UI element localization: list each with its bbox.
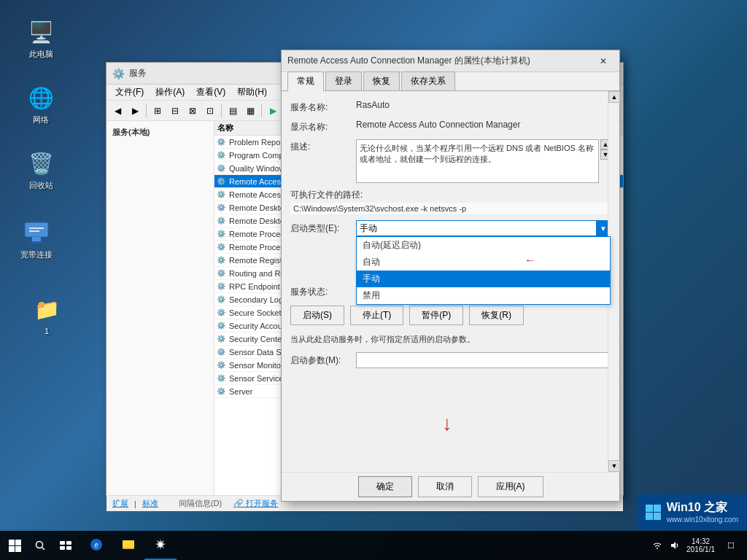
option-auto[interactable]: 自动 bbox=[357, 254, 610, 271]
service-icon: ⚙️ bbox=[214, 151, 228, 159]
svg-rect-15 bbox=[123, 540, 134, 548]
service-icon: ⚙️ bbox=[214, 269, 228, 277]
watermark-main: Win10 之家 bbox=[667, 500, 738, 516]
service-icon: ⚙️ bbox=[214, 203, 228, 211]
logo-row-bottom bbox=[9, 546, 21, 552]
taskbar: e bbox=[0, 531, 747, 560]
desktop-icon-network[interactable]: 🌐 网络 bbox=[15, 80, 67, 128]
taskbar-notification-button[interactable]: ☐ bbox=[721, 531, 741, 560]
toolbar-btn1[interactable]: ⊞ bbox=[150, 103, 166, 119]
resume-button[interactable]: 恢复(R) bbox=[469, 306, 524, 325]
sidebar-title: 服务(本地) bbox=[112, 127, 208, 138]
service-icon: ⚙️ bbox=[214, 217, 228, 225]
svg-rect-2 bbox=[29, 241, 44, 244]
taskbar-taskview-button[interactable] bbox=[51, 531, 80, 560]
dialog-titlebar[interactable]: Remote Access Auto Connection Manager 的属… bbox=[282, 50, 619, 72]
display-name-label: 显示名称: bbox=[290, 120, 356, 133]
scroll-up-button[interactable]: ▲ bbox=[608, 91, 620, 103]
stop-button[interactable]: 停止(T) bbox=[350, 306, 403, 325]
watermark-sub: www.win10xitong.com bbox=[667, 516, 738, 524]
logo-sq-1 bbox=[9, 540, 15, 545]
startup-label: 启动类型(E): bbox=[290, 222, 356, 235]
menu-view[interactable]: 查看(V) bbox=[190, 85, 231, 101]
toolbar-btn3[interactable]: ⊠ bbox=[185, 103, 201, 119]
scroll-down-button[interactable]: ▼ bbox=[608, 460, 620, 472]
desktop-icon-recycle[interactable]: 🗑️ 回收站 bbox=[15, 146, 67, 193]
recycle-icon: 🗑️ bbox=[26, 149, 55, 178]
option-delayed-auto[interactable]: 自动(延迟启动) bbox=[357, 237, 610, 254]
desktop-icon-broadband[interactable]: 宽带连接 bbox=[10, 215, 63, 262]
service-name-value: RasAuto bbox=[356, 100, 611, 110]
svg-rect-1 bbox=[32, 237, 41, 241]
taskbar-app-explorer[interactable] bbox=[112, 531, 144, 560]
display-name-value: Remote Access Auto Connection Manager bbox=[356, 120, 611, 130]
svg-text:e: e bbox=[94, 541, 98, 549]
desc-label: 描述: bbox=[290, 139, 356, 153]
menu-file[interactable]: 文件(F) bbox=[109, 85, 150, 101]
tab-general[interactable]: 常规 bbox=[287, 71, 324, 91]
taskbar-search-button[interactable] bbox=[29, 531, 51, 560]
taskbar-right: 14:32 2016/1/1 ☐ bbox=[651, 531, 747, 560]
tab-login[interactable]: 登录 bbox=[325, 71, 362, 90]
service-icon: ⚙️ bbox=[214, 387, 228, 395]
statusbar-info: 间隔信息(D) bbox=[179, 498, 222, 509]
ok-button[interactable]: 确定 bbox=[358, 476, 412, 497]
service-name-row: 服务名称: RasAuto bbox=[290, 100, 611, 114]
win10-watermark: Win10 之家 www.win10xitong.com bbox=[637, 494, 747, 529]
action-buttons: 启动(S) 停止(T) 暂停(P) 恢复(R) bbox=[290, 306, 611, 325]
taskbar-app-settings[interactable] bbox=[144, 531, 177, 560]
statusbar-sep: | bbox=[134, 499, 136, 508]
properties-dialog: Remote Access Auto Connection Manager 的属… bbox=[281, 50, 620, 502]
params-input[interactable] bbox=[356, 352, 611, 368]
taskbar-app-ie[interactable]: e bbox=[80, 531, 112, 560]
menu-action[interactable]: 操作(A) bbox=[150, 85, 190, 101]
desktop-icon-computer[interactable]: 🖥️ 此电脑 bbox=[15, 15, 67, 62]
taskbar-clock[interactable]: 14:32 2016/1/1 bbox=[686, 537, 715, 553]
win10-logo bbox=[646, 505, 661, 520]
taskbar-apps: e bbox=[80, 531, 651, 560]
toolbar-btn6[interactable]: ▦ bbox=[242, 103, 258, 119]
statusbar-open[interactable]: 🔗 打开服务 bbox=[233, 498, 278, 509]
dialog-title: Remote Access Auto Connection Manager 的属… bbox=[287, 55, 593, 67]
params-row: 启动参数(M): bbox=[290, 352, 611, 368]
dialog-close-button[interactable]: ✕ bbox=[593, 52, 614, 70]
desktop: 🖥️ 此电脑 🌐 网络 🗑️ 回收站 宽带连接 📁 1 ⚙️ 服务 bbox=[0, 0, 747, 560]
tab-dependencies[interactable]: 依存关系 bbox=[401, 71, 455, 90]
option-manual[interactable]: 手动 bbox=[357, 271, 610, 287]
toolbar-forward[interactable]: ▶ bbox=[127, 103, 143, 119]
broadband-label: 宽带连接 bbox=[20, 250, 53, 260]
cancel-button[interactable]: 取消 bbox=[418, 476, 472, 497]
toolbar-play[interactable]: ▶ bbox=[265, 103, 281, 119]
startup-dropdown-menu: 自动(延迟启动) 自动 手动 禁用 bbox=[356, 236, 611, 305]
desktop-icon-folder[interactable]: 📁 1 bbox=[20, 292, 73, 339]
service-icon: ⚙️ bbox=[214, 243, 228, 251]
toolbar-btn5[interactable]: ▤ bbox=[225, 103, 241, 119]
svg-rect-7 bbox=[60, 541, 65, 545]
option-disabled[interactable]: 禁用 bbox=[357, 287, 610, 304]
service-icon: ⚙️ bbox=[214, 335, 228, 343]
start-button[interactable] bbox=[0, 531, 29, 560]
toolbar-back[interactable]: ◀ bbox=[109, 103, 125, 119]
tray-icon-volume[interactable] bbox=[669, 540, 681, 551]
statusbar-standard[interactable]: 标准 bbox=[142, 498, 158, 509]
tray-icon-network[interactable] bbox=[651, 540, 663, 551]
service-icon: ⚙️ bbox=[214, 230, 228, 238]
service-icon: ⚙️ bbox=[214, 177, 228, 185]
folder-label: 1 bbox=[44, 327, 49, 336]
toolbar-btn2[interactable]: ⊟ bbox=[167, 103, 183, 119]
logo-bottom-row bbox=[646, 513, 661, 520]
folder-icon: 📁 bbox=[32, 295, 61, 324]
start-logo bbox=[9, 540, 21, 552]
dialog-content: 服务名称: RasAuto 显示名称: Remote Access Auto C… bbox=[282, 91, 619, 383]
toolbar-btn4[interactable]: ⊡ bbox=[202, 103, 218, 119]
startup-dropdown[interactable]: 手动 bbox=[356, 220, 611, 236]
tab-recovery[interactable]: 恢复 bbox=[363, 71, 400, 90]
pause-button[interactable]: 暂停(P) bbox=[409, 306, 463, 325]
toolbar-separator-1 bbox=[146, 104, 147, 117]
apply-button[interactable]: 应用(A) bbox=[478, 476, 543, 497]
service-icon: ⚙️ bbox=[214, 308, 228, 316]
start-button[interactable]: 启动(S) bbox=[290, 306, 344, 325]
statusbar-expand[interactable]: 扩展 bbox=[112, 498, 128, 509]
menu-help[interactable]: 帮助(H) bbox=[231, 85, 273, 101]
broadband-icon bbox=[22, 218, 51, 247]
